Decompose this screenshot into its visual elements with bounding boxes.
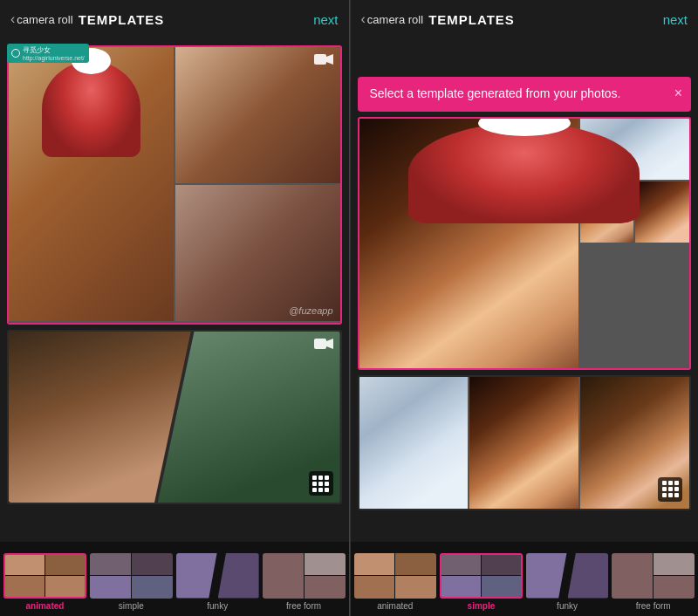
right-thumbnail-strip: animated simple funky bbox=[351, 542, 699, 616]
thumb-funky[interactable]: funky bbox=[176, 548, 259, 611]
photo-bottom-right-left bbox=[175, 185, 340, 321]
right-thumb-funky-img bbox=[526, 553, 609, 599]
right-header: ‹ camera roll TEMPLATES next bbox=[351, 0, 699, 38]
right-thumb-freeform-label: free form bbox=[636, 601, 671, 611]
thumb-freeform-preview bbox=[263, 553, 346, 599]
watermark-badge: 寻觅少女 http://agirluniverse.net/ bbox=[7, 44, 89, 63]
right-bottom-photo1 bbox=[359, 377, 469, 509]
page-title: TEMPLATES bbox=[79, 12, 165, 27]
circle-icon bbox=[11, 49, 20, 58]
right-bottom-grid bbox=[359, 377, 690, 509]
left-thumbnail-strip: animated simple funky bbox=[0, 542, 349, 616]
tooltip-close-button[interactable]: × bbox=[674, 84, 682, 103]
watermark-subtext: http://agirluniverse.net/ bbox=[23, 55, 85, 61]
right-bottom-side bbox=[580, 181, 690, 243]
right-thumb-animated-label: animated bbox=[377, 601, 413, 611]
thumb-animated-preview bbox=[5, 555, 85, 597]
top-photo-grid bbox=[9, 47, 340, 323]
right-bottom-photo2 bbox=[469, 377, 578, 509]
thumb-freeform[interactable]: free form bbox=[263, 548, 346, 611]
top-collage[interactable]: @fuzeapp bbox=[7, 45, 342, 325]
right-thumb-simple-img bbox=[440, 553, 523, 599]
right-next-button[interactable]: next bbox=[663, 12, 688, 27]
svg-marker-3 bbox=[326, 339, 333, 349]
right-br-right bbox=[635, 181, 689, 243]
thumb-freeform-label: free form bbox=[286, 601, 321, 611]
svg-marker-1 bbox=[326, 54, 333, 65]
thumb-simple-label: simple bbox=[119, 601, 144, 611]
right-top-collage[interactable] bbox=[358, 117, 692, 370]
right-photo-grid bbox=[359, 119, 690, 368]
fuze-watermark: @fuzeapp bbox=[289, 305, 332, 316]
right-back-button[interactable]: ‹ camera roll bbox=[361, 11, 424, 27]
right-thumb-freeform[interactable]: free form bbox=[612, 548, 695, 611]
right-thumb-animated[interactable]: animated bbox=[354, 548, 437, 611]
right-thumb-simple-label: simple bbox=[468, 601, 496, 611]
right-br-left bbox=[580, 181, 634, 243]
thumb-animated-img bbox=[3, 553, 86, 599]
hat-detail bbox=[42, 61, 140, 157]
right-bottom-collage[interactable] bbox=[358, 375, 692, 510]
right-grid-dots bbox=[662, 481, 679, 497]
right-thumb-funky-label: funky bbox=[557, 601, 578, 611]
watermark-text: 寻觅少女 bbox=[23, 45, 85, 55]
thumb-simple-preview bbox=[90, 553, 173, 599]
right-chevron-icon: ‹ bbox=[361, 11, 366, 27]
thumb-funky-preview bbox=[176, 553, 259, 599]
left-collage-area: @fuzeapp bbox=[0, 38, 349, 542]
video-camera-icon bbox=[314, 54, 333, 68]
thumb-freeform-img bbox=[263, 553, 346, 599]
thumb-animated-label: animated bbox=[25, 601, 64, 611]
svg-rect-0 bbox=[314, 54, 326, 65]
right-panel: ‹ camera roll TEMPLATES next Select a te… bbox=[350, 0, 699, 616]
bottom-collage-inner bbox=[9, 332, 340, 503]
chevron-icon: ‹ bbox=[10, 11, 15, 27]
thumb-animated[interactable]: animated bbox=[3, 548, 86, 611]
right-side-photos bbox=[580, 119, 690, 243]
grid-dots-icon bbox=[312, 476, 329, 492]
right-thumb-simple[interactable]: simple bbox=[440, 548, 523, 611]
thumb-funky-label: funky bbox=[207, 601, 228, 611]
right-thumb-funky[interactable]: funky bbox=[526, 548, 609, 611]
right-page-title: TEMPLATES bbox=[428, 12, 515, 27]
tooltip-banner: Select a template generated from your ph… bbox=[358, 77, 692, 112]
bottom-collage[interactable] bbox=[7, 330, 342, 504]
svg-rect-2 bbox=[314, 339, 326, 349]
bottom-video-icon bbox=[314, 339, 333, 352]
right-back-label: camera roll bbox=[367, 13, 423, 26]
left-panel: ‹ camera roll TEMPLATES next 寻觅少女 http:/… bbox=[0, 0, 349, 616]
back-button[interactable]: ‹ camera roll bbox=[10, 11, 73, 27]
thumb-simple[interactable]: simple bbox=[90, 548, 173, 611]
back-label: camera roll bbox=[17, 13, 72, 26]
right-thumb-animated-img bbox=[354, 553, 437, 599]
thumb-funky-img bbox=[176, 553, 259, 599]
grid-icon-overlay[interactable] bbox=[309, 471, 333, 496]
right-grid-icon[interactable] bbox=[658, 477, 682, 502]
tooltip-text: Select a template generated from your ph… bbox=[370, 86, 621, 100]
photo-large-left bbox=[9, 47, 174, 321]
thumb-simple-img bbox=[90, 553, 173, 599]
right-hat-detail bbox=[580, 181, 634, 223]
left-header: ‹ camera roll TEMPLATES next bbox=[0, 0, 349, 38]
next-button[interactable]: next bbox=[313, 12, 338, 27]
right-thumb-freeform-img bbox=[612, 553, 695, 599]
